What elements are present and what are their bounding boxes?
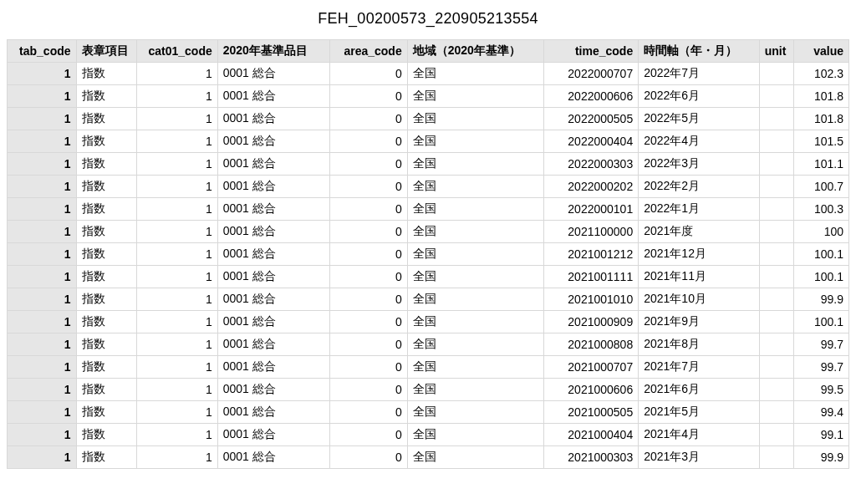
table-row: 1指数10001 総合0全国20210008082021年8月99.7: [8, 333, 849, 356]
cell-unit: [759, 311, 793, 333]
cell-cat01: 1: [136, 311, 217, 333]
cell-time: 2021001010: [543, 288, 638, 311]
cell-area: 0: [329, 446, 407, 469]
cell-unit: [759, 333, 793, 356]
cell-chiiki: 全国: [407, 153, 543, 176]
cell-item: 0001 総合: [217, 424, 329, 446]
cell-area: 0: [329, 424, 407, 446]
cell-jikan: 2021年10月: [639, 288, 759, 311]
cell-chiiki: 全国: [407, 63, 543, 85]
cell-area: 0: [329, 288, 407, 311]
cell-jikan: 2022年1月: [639, 198, 759, 221]
cell-jikan: 2021年3月: [639, 446, 759, 469]
cell-area: 0: [329, 108, 407, 130]
cell-item: 0001 総合: [217, 63, 329, 85]
cell-cat01: 1: [136, 108, 217, 130]
cell-time: 2021100000: [543, 221, 638, 243]
cell-hyosho: 指数: [76, 176, 136, 198]
col-jikan: 時間軸（年・月）: [639, 40, 759, 63]
data-table: tab_code 表章項目 cat01_code 2020年基準品目 area_…: [7, 39, 849, 469]
cell-item: 0001 総合: [217, 333, 329, 356]
table-body: 1指数10001 総合0全国20220007072022年7月102.31指数1…: [8, 63, 849, 469]
cell-value: 99.9: [793, 446, 848, 469]
col-chiiki: 地域（2020年基準）: [407, 40, 543, 63]
cell-chiiki: 全国: [407, 176, 543, 198]
cell-item: 0001 総合: [217, 379, 329, 401]
cell-hyosho: 指数: [76, 130, 136, 153]
cell-jikan: 2022年2月: [639, 176, 759, 198]
cell-time: 2021000505: [543, 401, 638, 424]
table-row: 1指数10001 総合0全国20210010102021年10月99.9: [8, 288, 849, 311]
cell-jikan: 2021年11月: [639, 266, 759, 288]
cell-jikan: 2021年9月: [639, 311, 759, 333]
cell-cat01: 1: [136, 243, 217, 266]
cell-area: 0: [329, 198, 407, 221]
cell-chiiki: 全国: [407, 108, 543, 130]
cell-item: 0001 総合: [217, 153, 329, 176]
page-title: FEH_00200573_220905213554: [7, 10, 849, 28]
cell-chiiki: 全国: [407, 424, 543, 446]
cell-cat01: 1: [136, 401, 217, 424]
cell-value: 99.7: [793, 356, 848, 379]
table-row: 1指数10001 総合0全国20220007072022年7月102.3: [8, 63, 849, 85]
table-row: 1指数10001 総合0全国20220001012022年1月100.3: [8, 198, 849, 221]
cell-chiiki: 全国: [407, 333, 543, 356]
cell-item: 0001 総合: [217, 266, 329, 288]
cell-time: 2022000404: [543, 130, 638, 153]
cell-tab-code: 1: [8, 424, 77, 446]
cell-tab-code: 1: [8, 333, 77, 356]
cell-item: 0001 総合: [217, 401, 329, 424]
cell-unit: [759, 221, 793, 243]
cell-hyosho: 指数: [76, 333, 136, 356]
cell-unit: [759, 198, 793, 221]
cell-value: 99.9: [793, 288, 848, 311]
cell-area: 0: [329, 63, 407, 85]
cell-hyosho: 指数: [76, 424, 136, 446]
cell-hyosho: 指数: [76, 266, 136, 288]
cell-hyosho: 指数: [76, 153, 136, 176]
cell-tab-code: 1: [8, 356, 77, 379]
table-row: 1指数10001 総合0全国20210003032021年3月99.9: [8, 446, 849, 469]
table-row: 1指数10001 総合0全国20220005052022年5月101.8: [8, 108, 849, 130]
cell-chiiki: 全国: [407, 221, 543, 243]
cell-chiiki: 全国: [407, 130, 543, 153]
cell-tab-code: 1: [8, 176, 77, 198]
cell-jikan: 2021年度: [639, 221, 759, 243]
cell-unit: [759, 266, 793, 288]
cell-value: 100.1: [793, 243, 848, 266]
cell-item: 0001 総合: [217, 130, 329, 153]
cell-tab-code: 1: [8, 153, 77, 176]
cell-tab-code: 1: [8, 446, 77, 469]
cell-tab-code: 1: [8, 266, 77, 288]
cell-tab-code: 1: [8, 198, 77, 221]
cell-tab-code: 1: [8, 63, 77, 85]
cell-unit: [759, 356, 793, 379]
cell-item: 0001 総合: [217, 198, 329, 221]
table-row: 1指数10001 総合0全国20220002022022年2月100.7: [8, 176, 849, 198]
cell-chiiki: 全国: [407, 446, 543, 469]
cell-unit: [759, 243, 793, 266]
cell-jikan: 2021年4月: [639, 424, 759, 446]
col-area-code: area_code: [329, 40, 407, 63]
col-time-code: time_code: [543, 40, 638, 63]
cell-unit: [759, 379, 793, 401]
cell-area: 0: [329, 333, 407, 356]
cell-tab-code: 1: [8, 108, 77, 130]
cell-tab-code: 1: [8, 221, 77, 243]
cell-tab-code: 1: [8, 243, 77, 266]
cell-tab-code: 1: [8, 130, 77, 153]
cell-hyosho: 指数: [76, 198, 136, 221]
cell-value: 100.1: [793, 311, 848, 333]
cell-chiiki: 全国: [407, 266, 543, 288]
cell-unit: [759, 176, 793, 198]
cell-value: 100.3: [793, 198, 848, 221]
cell-time: 2021000606: [543, 379, 638, 401]
cell-time: 2021000707: [543, 356, 638, 379]
cell-hyosho: 指数: [76, 401, 136, 424]
cell-time: 2021000404: [543, 424, 638, 446]
cell-item: 0001 総合: [217, 108, 329, 130]
cell-unit: [759, 130, 793, 153]
cell-unit: [759, 288, 793, 311]
cell-item: 0001 総合: [217, 356, 329, 379]
cell-unit: [759, 446, 793, 469]
